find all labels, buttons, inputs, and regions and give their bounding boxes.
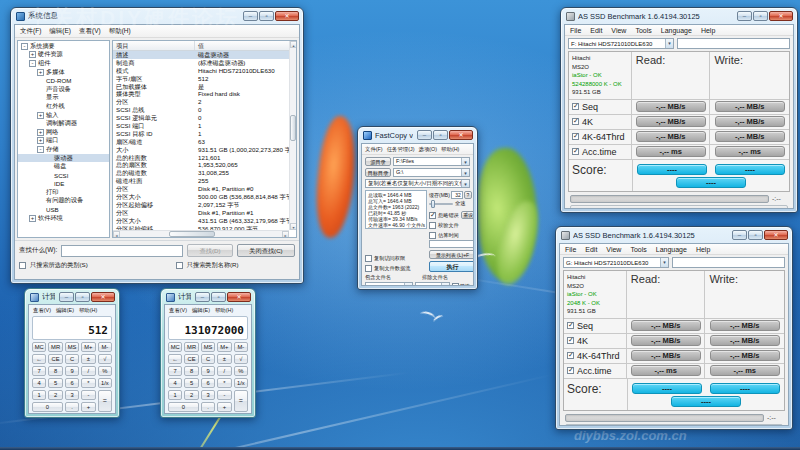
calc-key-M-[interactable]: M- <box>234 342 248 352</box>
execute-button[interactable]: 执行 <box>429 261 474 272</box>
calc-key-MC[interactable]: MC <box>32 342 46 352</box>
calc1-menu-2[interactable]: 帮助(H) <box>79 307 97 314</box>
chevron-down-icon[interactable]: ▾ <box>461 180 469 187</box>
tree-item-声音设备[interactable]: 声音设备 <box>18 85 109 94</box>
table-row[interactable]: SCSI 总线0 <box>113 106 289 114</box>
expand-icon[interactable]: + <box>37 129 44 136</box>
table-row[interactable]: 磁道/柱面255 <box>113 177 289 185</box>
asssd2-menu-2[interactable]: View <box>606 246 621 253</box>
tree-item-系统摘要[interactable]: -系统摘要 <box>18 42 109 51</box>
write-score-button[interactable]: ---- <box>715 164 785 175</box>
tree-item-显示[interactable]: 显示 <box>18 94 109 103</box>
fc-left-option-0-checkbox[interactable] <box>365 255 372 262</box>
scroll-track[interactable] <box>120 231 282 237</box>
fc-right-option-0-checkbox[interactable] <box>429 212 436 219</box>
table-row[interactable]: 分区2 <box>113 98 289 106</box>
calc-key-=[interactable]: = <box>234 390 248 412</box>
tree-item-调制解调器[interactable]: 调制解调器 <box>18 119 109 128</box>
maximize-button[interactable]: ▫ <box>211 292 226 302</box>
table-row[interactable]: 扇区/磁道63 <box>113 138 289 146</box>
tree-item-有问题的设备[interactable]: 有问题的设备 <box>18 197 109 206</box>
reset-button[interactable]: 重设 <box>461 211 474 219</box>
total-score-button[interactable]: ---- <box>676 177 746 188</box>
read-result-button[interactable]: -,-- ms <box>636 146 706 157</box>
tree-item-磁盘[interactable]: 磁盘 <box>18 162 109 171</box>
read-result-button[interactable]: -,-- MB/s <box>636 116 706 127</box>
calc-key-%[interactable]: % <box>98 366 112 376</box>
calc-key-√[interactable]: √ <box>234 354 248 364</box>
calc-key-8[interactable]: 8 <box>184 366 198 376</box>
asssd2-menu-1[interactable]: Edit <box>585 246 597 253</box>
calc-key-±[interactable]: ± <box>81 354 95 364</box>
table-row[interactable]: SCSI 目标 ID1 <box>113 130 289 138</box>
chevron-down-icon[interactable]: ▾ <box>441 283 449 286</box>
table-row[interactable]: 总的扇区数1,953,520,065 <box>113 161 289 169</box>
asssd1-menu-2[interactable]: View <box>611 27 626 34</box>
table-row[interactable]: 分区起始偏移2,097,152 字节 <box>113 201 289 209</box>
include-filter-combo[interactable]: ▾ <box>365 282 413 286</box>
benchmark-name-field[interactable] <box>677 38 790 49</box>
tree-item-驱动器[interactable]: 驱动器 <box>18 154 109 163</box>
expand-icon[interactable]: - <box>29 60 36 67</box>
tree-item-网络[interactable]: +网络 <box>18 128 109 137</box>
dest-dir-button[interactable]: 目标目录 <box>365 168 391 177</box>
asssd-titlebar[interactable]: AS SSD Benchmark 1.6.4194.30125–▫✕ <box>556 227 792 242</box>
asssd1-menu-5[interactable]: Help <box>701 27 715 34</box>
fastcopy-menu-2[interactable]: 选项(O) <box>419 146 438 153</box>
column-item[interactable]: 项目 <box>113 41 195 50</box>
asssd1-menu-3[interactable]: Tools <box>635 27 651 34</box>
table-row[interactable]: 已加载媒体是 <box>113 83 289 91</box>
maximize-button[interactable]: ▫ <box>75 292 90 302</box>
test-checkbox-4K-64Thrd[interactable] <box>567 352 574 359</box>
read-result-button[interactable]: -,-- MB/s <box>631 350 701 361</box>
tree-item-打印[interactable]: 打印 <box>18 188 109 197</box>
calc-key-C[interactable]: C <box>201 354 215 364</box>
test-checkbox-Acc.time[interactable] <box>572 148 579 155</box>
maximize-button[interactable]: ▫ <box>753 11 768 21</box>
fc-right-option-2-checkbox[interactable] <box>429 232 436 239</box>
calc-key-8[interactable]: 8 <box>48 366 62 376</box>
calc-key-6[interactable]: 6 <box>65 378 79 388</box>
close-button[interactable]: ✕ <box>769 11 793 21</box>
table-row[interactable]: 分区大小500.00 GB (536,868,814,848 字节) <box>113 193 289 201</box>
calc1-menu-1[interactable]: 编辑(E) <box>56 307 74 314</box>
calc-key-1[interactable]: 1 <box>168 390 182 400</box>
calc-key-0[interactable]: 0 <box>168 402 199 412</box>
speed-slider[interactable] <box>429 203 453 205</box>
calc-key-MR[interactable]: MR <box>184 342 198 352</box>
chevron-down-icon[interactable]: ▾ <box>404 283 412 286</box>
expand-icon[interactable]: + <box>37 112 44 119</box>
close-button[interactable]: ✕ <box>764 230 788 240</box>
calc-key-MS[interactable]: MS <box>65 342 79 352</box>
calc-key--[interactable]: - <box>217 390 231 400</box>
calc-key-%[interactable]: % <box>234 366 248 376</box>
calc-key-+[interactable]: + <box>217 402 231 412</box>
write-result-button[interactable]: -,-- ms <box>710 365 780 376</box>
speed-slider-thumb[interactable] <box>431 200 435 208</box>
write-score-button[interactable]: ---- <box>710 383 780 394</box>
expand-icon[interactable]: + <box>29 51 36 58</box>
table-row[interactable]: 描述磁盘驱动器 <box>113 51 289 59</box>
calc-key-4[interactable]: 4 <box>32 378 46 388</box>
calc-key-←[interactable]: ← <box>168 354 182 364</box>
dest-dir-combo[interactable]: G:\ ▾ <box>393 168 470 177</box>
search-selected-categories-checkbox[interactable] <box>19 262 26 269</box>
calc-key-±[interactable]: ± <box>217 354 231 364</box>
calc-key-/[interactable]: / <box>81 366 95 376</box>
calc-key-3[interactable]: 3 <box>65 390 79 400</box>
maximize-button[interactable]: ▫ <box>433 130 448 140</box>
tree-item-SCSI[interactable]: SCSI <box>18 171 109 180</box>
calc-key-1/x[interactable]: 1/x <box>98 378 112 388</box>
calc-key-M+[interactable]: M+ <box>81 342 95 352</box>
filter-checkbox[interactable] <box>452 283 459 286</box>
maximize-button[interactable]: ▫ <box>748 230 763 240</box>
read-result-button[interactable]: -,-- MB/s <box>631 320 701 331</box>
column-value[interactable]: 值 <box>195 41 289 50</box>
chevron-down-icon[interactable]: ▾ <box>461 169 469 176</box>
tree-item-USB[interactable]: USB <box>18 205 109 214</box>
read-result-button[interactable]: -,-- ms <box>631 365 701 376</box>
calc-key-CE[interactable]: CE <box>48 354 62 364</box>
table-row[interactable]: 媒体类型Fixed hard disk <box>113 90 289 98</box>
maximize-button[interactable]: ▫ <box>259 11 274 21</box>
close-button[interactable]: ✕ <box>227 292 251 302</box>
